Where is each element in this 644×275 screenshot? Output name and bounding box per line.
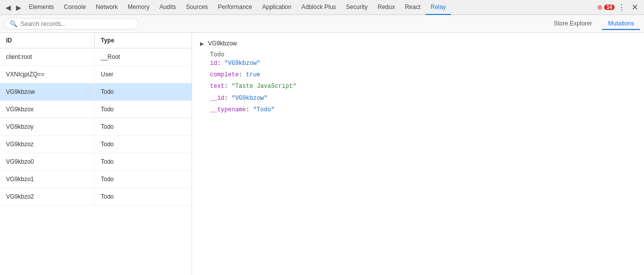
error-icon: ⊗: [597, 3, 603, 11]
main-content: ID Type client:root __Root VXNIcjptZQ== …: [0, 33, 644, 275]
devtools-tab-bar: ◀ ▶ Elements Console Network Memory Audi…: [0, 0, 644, 15]
field-key: complete: [210, 71, 239, 78]
detail-panel: ▶ VG9kbzow Todo id: "VG9kbzow" complete:…: [192, 33, 644, 275]
field-key: __id: [210, 95, 224, 102]
field-id: id: "VG9kbzow": [210, 58, 636, 69]
header-type: Type: [95, 33, 120, 48]
more-button[interactable]: ⋮: [615, 1, 629, 13]
tree-toggle-icon[interactable]: ▶: [200, 41, 206, 46]
row-id: VG9kbzox: [0, 101, 95, 118]
field-value: "Taste JavaScript": [231, 83, 296, 90]
field-value: "VG9kbzow": [224, 60, 260, 67]
tab-memory[interactable]: Memory: [123, 0, 154, 15]
tab-application[interactable]: Application: [257, 0, 297, 15]
row-id: VXNIcjptZQ==: [0, 66, 95, 83]
row-id: client:root: [0, 48, 95, 65]
row-type: Todo: [95, 101, 120, 118]
table-row[interactable]: VG9kbzo1 Todo: [0, 171, 192, 188]
table-row[interactable]: VXNIcjptZQ== User: [0, 66, 192, 83]
table-row[interactable]: VG9kbzox Todo: [0, 101, 192, 118]
field-__id: __id: "VG9kbzow": [210, 93, 636, 104]
close-icon: ✕: [632, 3, 638, 11]
table-row[interactable]: VG9kbzow Todo: [0, 83, 192, 101]
header-id: ID: [0, 33, 95, 48]
row-type: Todo: [95, 153, 120, 170]
search-input[interactable]: [20, 20, 133, 27]
field-colon: :: [224, 83, 231, 90]
forward-icon: ▶: [16, 3, 21, 11]
tab-elements[interactable]: Elements: [24, 0, 59, 15]
field-colon: :: [246, 106, 253, 113]
field-text: text: "Taste JavaScript": [210, 81, 636, 92]
row-id: VG9kbzo1: [0, 171, 95, 188]
type-label: Todo: [210, 51, 636, 58]
forward-button[interactable]: ▶: [13, 2, 24, 12]
tree-node[interactable]: ▶ VG9kbzow: [200, 38, 636, 49]
more-icon: ⋮: [618, 3, 626, 11]
table-row[interactable]: VG9kbzo2 Todo: [0, 188, 192, 206]
table-header: ID Type: [0, 33, 192, 48]
search-container: 🔍: [4, 18, 139, 29]
row-type: __Root: [95, 48, 126, 65]
field-value: "Todo": [253, 106, 274, 113]
table-row[interactable]: VG9kbzo0 Todo: [0, 153, 192, 171]
field-key: id: [210, 60, 217, 67]
back-button[interactable]: ◀: [3, 2, 13, 12]
store-explorer-button[interactable]: Store Explorer: [548, 18, 598, 30]
tab-relay[interactable]: Relay: [426, 0, 451, 15]
table-row[interactable]: client:root __Root: [0, 48, 192, 66]
tab-adblock[interactable]: Adblock Plus: [296, 0, 341, 15]
table-row[interactable]: VG9kbzoz Todo: [0, 136, 192, 153]
tree-node-label: VG9kbzow: [208, 40, 237, 47]
row-type: Todo: [95, 136, 120, 153]
error-indicator: ⊗ 14: [597, 3, 615, 11]
records-table: ID Type client:root __Root VXNIcjptZQ== …: [0, 33, 192, 275]
row-type: Todo: [95, 83, 120, 100]
field-__typename: __typename: "Todo": [210, 104, 636, 116]
field-colon: :: [224, 95, 231, 102]
field-key: __typename: [210, 106, 246, 113]
field-complete: complete: true: [210, 69, 636, 81]
error-count: 14: [604, 4, 615, 10]
tab-security[interactable]: Security: [341, 0, 373, 15]
field-value: true: [246, 71, 260, 78]
tab-network[interactable]: Network: [91, 0, 123, 15]
back-icon: ◀: [5, 3, 11, 11]
row-id: VG9kbzo0: [0, 153, 95, 170]
field-colon: :: [239, 71, 246, 78]
field-colon: :: [217, 60, 224, 67]
mutations-button[interactable]: Mutations: [602, 18, 640, 30]
row-type: Todo: [95, 118, 120, 135]
tab-sources[interactable]: Sources: [181, 0, 213, 15]
search-icon: 🔍: [9, 20, 17, 27]
row-id: VG9kbzoz: [0, 136, 95, 153]
row-type: User: [95, 66, 119, 83]
row-type: Todo: [95, 188, 120, 205]
tab-audits[interactable]: Audits: [154, 0, 181, 15]
table-row[interactable]: VG9kbzoy Todo: [0, 118, 192, 136]
row-id: VG9kbzo2: [0, 188, 95, 205]
secondary-toolbar: 🔍 Store Explorer Mutations: [0, 15, 644, 33]
row-id: VG9kbzoy: [0, 118, 95, 135]
tab-console[interactable]: Console: [59, 0, 91, 15]
close-button[interactable]: ✕: [629, 1, 641, 13]
tab-redux[interactable]: Redux: [373, 0, 400, 15]
tab-performance[interactable]: Performance: [213, 0, 257, 15]
detail-block: Todo id: "VG9kbzow" complete: true text:…: [200, 49, 636, 118]
field-value: "VG9kbzow": [231, 95, 267, 102]
row-id: VG9kbzow: [0, 83, 95, 100]
row-type: Todo: [95, 171, 120, 188]
field-key: text: [210, 83, 224, 90]
tab-react[interactable]: React: [400, 0, 426, 15]
